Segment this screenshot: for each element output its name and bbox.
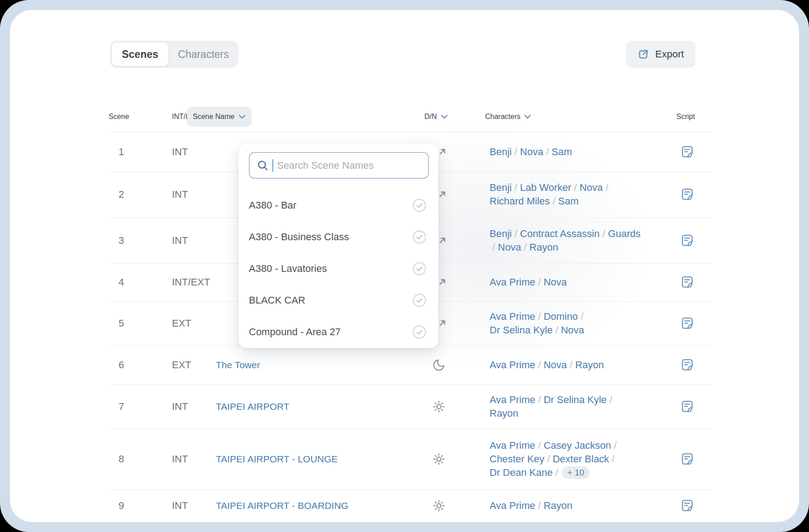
character-link[interactable]: Richard Miles	[490, 195, 550, 208]
script-icon[interactable]	[677, 263, 697, 301]
option-scene-name[interactable]: Compound - Area 27	[238, 316, 438, 348]
tab-switcher: Scenes Characters	[110, 41, 238, 68]
characters-cell: Benji / Nova / Sam	[490, 132, 641, 171]
character-link[interactable]: Dr Dean Kane	[490, 466, 552, 480]
tab-characters[interactable]: Characters	[168, 48, 238, 61]
script-icon[interactable]	[677, 171, 697, 218]
characters-cell: Ava Prime / Domino / Dr Selina Kyle / No…	[490, 301, 641, 345]
scene-name-link[interactable]: TAIPEI AIRPORT - BOARDING	[216, 489, 348, 522]
export-label: Export	[655, 48, 684, 60]
script-icon[interactable]	[677, 385, 697, 428]
characters-cell: Ava Prime / Casey Jackson / Chester Key …	[490, 428, 641, 489]
int-ext-value: EXT	[172, 301, 191, 345]
character-link[interactable]: Ava Prime	[490, 310, 535, 323]
character-link[interactable]: Domino	[543, 310, 578, 323]
character-link[interactable]: Casey Jackson	[543, 439, 611, 452]
separator: /	[512, 227, 520, 241]
character-link[interactable]: Nova	[561, 323, 584, 337]
separator: /	[535, 499, 543, 513]
int-ext-value: INT/EXT	[172, 263, 210, 301]
moon-icon	[429, 345, 449, 385]
search-input[interactable]	[273, 152, 428, 178]
character-link[interactable]: Ava Prime	[490, 358, 535, 372]
int-ext-value: INT	[172, 171, 188, 218]
separator: /	[607, 393, 615, 407]
character-link[interactable]: Dr Selina Kyle	[543, 393, 606, 407]
export-button[interactable]: Export	[626, 41, 695, 68]
separator: /	[578, 310, 586, 323]
chevron-down-icon	[441, 114, 448, 119]
check-circle-icon	[413, 230, 426, 244]
script-icon[interactable]	[677, 218, 697, 263]
character-link[interactable]: Dexter Black	[552, 452, 609, 466]
more-characters-badge[interactable]: + 10	[562, 466, 590, 479]
script-icon[interactable]	[677, 301, 697, 345]
character-link[interactable]: Ava Prime	[490, 439, 535, 452]
characters-cell: Ava Prime / Dr Selina Kyle / Rayon	[490, 385, 641, 428]
header-dn[interactable]: D/N	[424, 106, 448, 128]
character-link[interactable]: Benji	[490, 145, 512, 159]
character-link[interactable]: Ava Prime	[490, 499, 535, 513]
int-ext-value: INT	[172, 385, 188, 428]
character-link[interactable]: Sam	[552, 145, 572, 159]
check-circle-icon	[413, 199, 426, 212]
separator: /	[550, 195, 558, 208]
int-ext-value: EXT	[172, 345, 191, 385]
character-link[interactable]: Ava Prime	[490, 276, 535, 289]
character-link[interactable]: Rayon	[543, 499, 572, 513]
header-scene: Scene	[109, 106, 129, 128]
character-link[interactable]: Dr Selina Kyle	[490, 323, 552, 337]
character-link[interactable]: Rayon	[575, 358, 604, 372]
character-link[interactable]: Nova	[498, 241, 521, 254]
separator: /	[535, 439, 543, 452]
character-link[interactable]: Sam	[558, 195, 579, 208]
separator: /	[521, 241, 529, 254]
scene-name-link[interactable]: The Tower	[216, 345, 260, 385]
character-link[interactable]: Rayon	[490, 407, 519, 420]
script-icon[interactable]	[677, 428, 697, 489]
scene-name-link[interactable]: TAIPEI AIRPORT	[216, 385, 290, 428]
character-link[interactable]: Chester Key	[490, 452, 544, 466]
screenshot-stage: Scenes Characters Export Scene	[0, 0, 809, 532]
header-scene-name[interactable]: Scene Name	[187, 107, 252, 127]
separator: /	[535, 358, 543, 372]
script-icon[interactable]	[677, 489, 697, 522]
option-scene-name[interactable]: BLACK CAR	[238, 285, 438, 316]
script-icon[interactable]	[677, 132, 697, 171]
character-link[interactable]: Benji	[490, 227, 512, 241]
separator: /	[544, 452, 552, 466]
character-link[interactable]: Contract Assassin	[520, 227, 600, 241]
character-link[interactable]: Ava Prime	[490, 393, 535, 407]
int-ext-value: INT	[172, 489, 188, 522]
separator: /	[552, 466, 561, 480]
tab-scenes[interactable]: Scenes	[112, 43, 168, 66]
table-row: 7 INT TAIPEI AIRPORT Ava Prime / Dr Seli…	[110, 385, 712, 429]
scene-number: 7	[119, 385, 124, 428]
character-link[interactable]: Nova	[543, 358, 566, 372]
scene-name-link[interactable]: TAIPEI AIRPORT - LOUNGE	[216, 428, 338, 489]
option-scene-name[interactable]: A380 - Lavatories	[238, 253, 438, 285]
character-link[interactable]: Guards	[608, 227, 641, 241]
characters-cell: Ava Prime / Nova	[490, 263, 641, 301]
scene-number: 8	[119, 428, 124, 489]
scene-number: 5	[119, 301, 124, 345]
script-icon[interactable]	[677, 345, 697, 385]
character-link[interactable]: Lab Worker	[520, 181, 571, 195]
character-link[interactable]: Nova	[580, 181, 603, 195]
separator: /	[609, 452, 617, 466]
character-link[interactable]: Nova	[520, 145, 543, 159]
option-scene-name[interactable]: A380 - Business Class	[238, 221, 438, 253]
character-link[interactable]: Benji	[490, 181, 512, 195]
option-scene-name[interactable]: A380 - Bar	[238, 190, 438, 221]
separator: /	[535, 393, 543, 407]
scene-number: 1	[119, 132, 124, 171]
character-link[interactable]: Nova	[543, 276, 566, 289]
header-script: Script	[676, 106, 695, 128]
header-characters[interactable]: Characters	[485, 106, 531, 128]
scene-number: 9	[119, 489, 124, 522]
separator: /	[535, 310, 543, 323]
character-link[interactable]: Rayon	[529, 241, 558, 254]
separator: /	[512, 145, 520, 159]
scene-name-options: A380 - Bar A380 - Business Class A380 - …	[238, 190, 438, 348]
separator: /	[600, 227, 608, 241]
